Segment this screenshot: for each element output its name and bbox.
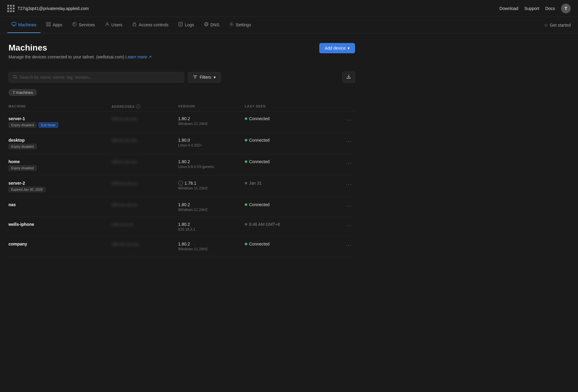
version-number: 1.80.2 xyxy=(178,159,245,164)
machine-address: 100.xxx.xxx.xx xyxy=(111,202,178,207)
machine-address-value: 100.xx.xxx.xxx xyxy=(111,138,137,143)
status-dot xyxy=(245,160,247,163)
status-dot xyxy=(245,117,247,120)
machine-table-body: server-1 Expiry disabledExit Node 100.xx… xyxy=(8,111,355,256)
status-text: Connected xyxy=(249,242,270,246)
machine-address-value: 100.xx.xxx.xxx xyxy=(111,160,137,164)
more-options-button[interactable]: ··· xyxy=(343,138,355,145)
svg-rect-4 xyxy=(49,25,50,26)
machines-count-badge: 7 machines xyxy=(8,89,37,96)
machine-info: company xyxy=(8,242,111,248)
table-row: desktop Expiry disabled 100.xx.xxx.xxx 1… xyxy=(8,133,355,154)
more-options-button[interactable]: ··· xyxy=(343,116,355,124)
support-link[interactable]: Support xyxy=(524,6,539,11)
logs-icon xyxy=(178,22,183,28)
table-row: server-2 Expired Jan 30, 2025 100.xxx.xx… xyxy=(8,176,355,197)
machine-name[interactable]: desktop xyxy=(8,138,111,143)
machine-name[interactable]: nas xyxy=(8,202,111,207)
nav-item-apps[interactable]: Apps xyxy=(42,17,67,33)
add-device-button[interactable]: Add device ▾ xyxy=(319,43,355,53)
status-text: Connected xyxy=(249,159,270,164)
machine-info: server-1 Expiry disabledExit Node xyxy=(8,116,111,128)
addresses-info-icon[interactable]: i xyxy=(136,104,140,109)
topbar-user-email: T27qj3qt41@privaterelay.appleid.com xyxy=(18,6,89,11)
machine-name[interactable]: company xyxy=(8,242,111,246)
version-number: 1.80.2 xyxy=(178,222,245,227)
more-options-button[interactable]: ··· xyxy=(343,202,355,210)
nav-item-settings[interactable]: Settings xyxy=(225,17,255,33)
nav-item-logs[interactable]: Logs xyxy=(174,17,198,33)
status-text: Connected xyxy=(249,116,270,121)
nav-item-access-controls[interactable]: Access controls xyxy=(128,17,173,33)
col-machine: Machine xyxy=(8,104,111,109)
version-number: ↑ 1.78.1 xyxy=(178,181,245,186)
page-title: Machines xyxy=(8,43,152,53)
download-icon xyxy=(346,75,351,80)
col-actions xyxy=(343,104,355,109)
search-input[interactable] xyxy=(20,75,180,80)
machine-name[interactable]: server-2 xyxy=(8,181,111,186)
nav-item-machines[interactable]: Machines xyxy=(7,17,41,33)
svg-rect-3 xyxy=(46,25,48,26)
nav-get-started[interactable]: ☆ Get started xyxy=(544,20,571,30)
table-row: company 100.xxx.xxx.xxx 1.80.2 Windows 1… xyxy=(8,237,355,256)
status-dot xyxy=(245,182,247,184)
col-last-seen: Last Seen xyxy=(245,104,343,109)
status-text: 8:46 AM GMT+8 xyxy=(249,222,280,227)
svg-rect-1 xyxy=(46,22,48,24)
version-os: Linux 6.8.0-53-generic xyxy=(178,165,245,169)
machine-tag: Expiry disabled xyxy=(8,144,37,149)
table-row: nas 100.xxx.xxx.xx 1.80.2 Windows 11 24H… xyxy=(8,197,355,217)
update-icon: ↑ xyxy=(178,181,183,186)
svg-rect-2 xyxy=(49,22,50,24)
machine-name[interactable]: wells-iphone xyxy=(8,222,111,227)
svg-point-10 xyxy=(231,24,232,25)
more-options-button[interactable]: ··· xyxy=(343,222,355,229)
page-content: Machines Manage the devices connected to… xyxy=(0,33,364,266)
col-addresses: Addresses i xyxy=(111,104,178,109)
filters-button[interactable]: Filters ▾ xyxy=(188,72,221,83)
machine-address: 100.xxx.xxx.xxx xyxy=(111,242,178,246)
export-button[interactable] xyxy=(342,71,355,83)
table-row: server-1 Expiry disabledExit Node 100.xx… xyxy=(8,111,355,133)
more-options-button[interactable]: ··· xyxy=(343,181,355,188)
nav-item-users[interactable]: Users xyxy=(101,17,127,33)
machine-status: Connected xyxy=(245,202,343,207)
machine-status: Jan 31 xyxy=(245,181,343,186)
status-text: Connected xyxy=(249,202,270,207)
machine-status: Connected xyxy=(245,159,343,164)
version-os: Windows 11 24H2 xyxy=(178,122,245,126)
nav-item-services[interactable]: Services xyxy=(68,17,99,33)
machine-tags: Expiry disabled xyxy=(8,144,111,149)
machine-tags: Expiry disabledExit Node xyxy=(8,122,111,128)
more-options-button[interactable]: ··· xyxy=(343,159,355,167)
machine-address-value: 100.xx.xxx.xxx xyxy=(111,117,137,121)
machine-address: 100.xx.xxx.xxx xyxy=(111,116,178,121)
status-dot xyxy=(245,203,247,206)
learn-more-link[interactable]: Learn more ↗ xyxy=(125,54,152,59)
page-subtitle-text: Manage the devices connected to your tai… xyxy=(8,54,124,59)
version-number: 1.80.2 xyxy=(178,242,245,246)
machine-name[interactable]: server-1 xyxy=(8,116,111,121)
machine-version: 1.80.2 Windows 11 24H2 xyxy=(178,242,245,251)
machines-toolbar: Filters ▾ xyxy=(8,71,355,83)
more-options-button[interactable]: ··· xyxy=(343,242,355,249)
page-header-left: Machines Manage the devices connected to… xyxy=(8,43,152,67)
user-avatar[interactable]: T xyxy=(561,4,571,13)
filters-label: Filters xyxy=(200,75,211,80)
machine-info: nas xyxy=(8,202,111,208)
machine-info: desktop Expiry disabled xyxy=(8,138,111,149)
download-link[interactable]: Download xyxy=(500,6,518,11)
machine-status: Connected xyxy=(245,138,343,143)
version-os: Windows 11 23H2 xyxy=(178,186,245,190)
nav-label-settings: Settings xyxy=(236,22,251,27)
nav-label-access-controls: Access controls xyxy=(139,22,168,27)
filter-icon xyxy=(193,75,197,80)
docs-link[interactable]: Docs xyxy=(545,6,555,11)
table-header: Machine Addresses i Version Last Seen xyxy=(8,102,355,111)
svg-rect-0 xyxy=(12,22,16,25)
machine-address-value: 100.xx.xx.xx xyxy=(111,222,133,227)
nav-item-dns[interactable]: DNS xyxy=(200,17,224,33)
machine-name[interactable]: home xyxy=(8,159,111,164)
search-box xyxy=(8,72,184,83)
